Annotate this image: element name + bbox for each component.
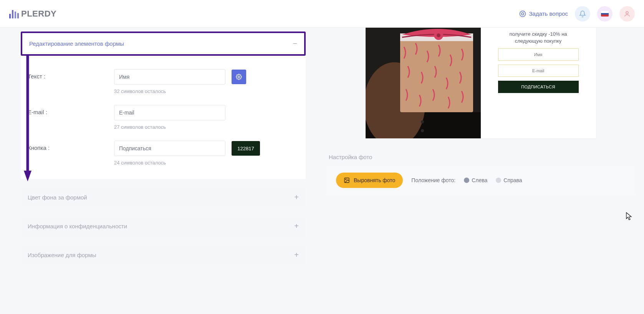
profile-button[interactable]	[619, 6, 635, 22]
svg-point-11	[437, 33, 440, 37]
help-icon	[519, 10, 526, 17]
radio-left[interactable]: Слева	[464, 177, 487, 183]
svg-point-12	[421, 120, 424, 123]
logo-text: PLERDY	[21, 9, 56, 19]
button-color-swatch[interactable]: 122817	[232, 141, 260, 156]
preview-desc-line2: следующую покупку	[515, 38, 562, 44]
helper-text-remaining: 32 символов осталось	[114, 88, 246, 94]
align-photo-label: Выровнять фото	[354, 177, 395, 183]
ask-question-link[interactable]: Задать вопрос	[519, 10, 568, 17]
accordion-header-privacy[interactable]: Информация о конфиденциальности +	[21, 216, 306, 237]
svg-point-15	[346, 179, 346, 180]
row-text: Текст : 32 символов осталось	[28, 69, 299, 94]
bell-icon	[579, 10, 586, 17]
accordion-body-edit: Текст : 32 символов осталось E-mail :	[21, 56, 306, 179]
helper-button-remaining: 24 символов осталось	[114, 160, 260, 166]
logo[interactable]: PLERDY	[9, 9, 56, 19]
user-icon	[624, 10, 631, 17]
settings-button[interactable]	[232, 70, 246, 84]
gift-box-illustration	[366, 28, 481, 138]
label-text: Текст :	[28, 69, 114, 80]
header-right: Задать вопрос	[519, 6, 635, 22]
preview-form-side: получите скидку -10% на следующую покупк…	[481, 28, 596, 138]
expand-icon: +	[294, 193, 299, 202]
input-email[interactable]	[114, 105, 225, 120]
preview-desc-line1: получите скидку -10% на	[509, 31, 567, 37]
row-button: Кнопка : 122817 24 символов осталось	[28, 141, 299, 166]
accordion-title-privacy: Информация о конфиденциальности	[28, 223, 127, 229]
language-button[interactable]	[597, 6, 613, 22]
radio-left-label: Слева	[472, 177, 487, 183]
photo-settings-heading: Настройка фото	[329, 154, 635, 160]
left-panel: Редактирование элементов формы − Текст :…	[0, 28, 315, 314]
notifications-button[interactable]	[575, 6, 590, 22]
radio-dot-icon	[464, 178, 469, 183]
radio-right-label: Справа	[503, 177, 522, 183]
align-photo-button[interactable]: Выровнять фото	[336, 173, 403, 188]
preview-name-input[interactable]	[498, 48, 579, 61]
accordion-header-bg-color[interactable]: Цвет фона за формой +	[21, 187, 306, 208]
radio-dot-icon	[496, 178, 501, 183]
preview-subscribe-button[interactable]: ПОДПИСАТЬСЯ	[498, 81, 579, 93]
app-header: PLERDY Задать вопрос	[0, 0, 644, 28]
photo-settings-bar: Выровнять фото Положение фото: Слева Спр…	[326, 166, 635, 195]
image-icon	[344, 177, 350, 183]
svg-point-0	[520, 11, 525, 17]
cursor-icon	[626, 212, 632, 221]
input-button-text[interactable]	[114, 141, 225, 156]
svg-point-5	[238, 76, 240, 78]
form-preview: получите скидку -10% на следующую покупк…	[366, 28, 596, 138]
input-text-name[interactable]	[114, 69, 225, 85]
expand-icon: +	[294, 251, 299, 259]
preview-email-input[interactable]	[498, 65, 579, 77]
helper-email-remaining: 27 символов осталось	[114, 124, 225, 130]
accordion-header-edit-elements[interactable]: Редактирование элементов формы −	[21, 32, 306, 56]
svg-point-13	[421, 129, 424, 132]
preview-image	[366, 28, 481, 138]
accordion-privacy: Информация о конфиденциальности +	[21, 216, 306, 237]
right-panel: получите скидку -10% на следующую покупк…	[315, 28, 644, 314]
logo-bars-icon	[9, 9, 19, 18]
label-email: E-mail :	[28, 105, 114, 115]
main-content: Редактирование элементов формы − Текст :…	[0, 28, 644, 314]
expand-icon: +	[294, 222, 299, 231]
accordion-title: Редактирование элементов формы	[29, 40, 124, 47]
preview-description: получите скидку -10% на следующую покупк…	[509, 31, 567, 45]
accordion-image: Изображение для формы +	[21, 244, 306, 266]
position-label: Положение фото:	[411, 177, 455, 183]
collapse-icon: −	[293, 39, 297, 48]
accordion-title-bg: Цвет фона за формой	[28, 194, 87, 201]
accordion-title-image: Изображение для формы	[28, 252, 96, 258]
svg-point-1	[521, 13, 524, 15]
svg-point-2	[626, 12, 628, 14]
radio-right[interactable]: Справа	[496, 177, 522, 183]
accordion-header-image[interactable]: Изображение для формы +	[21, 244, 306, 266]
accordion-edit-elements: Редактирование элементов формы − Текст :…	[21, 32, 306, 179]
label-button: Кнопка :	[28, 141, 114, 151]
row-email: E-mail : 27 символов осталось	[28, 105, 299, 130]
gear-icon	[236, 74, 242, 80]
accordion-bg-color: Цвет фона за формой +	[21, 187, 306, 208]
ask-question-label: Задать вопрос	[529, 10, 568, 17]
flag-ru-icon	[601, 11, 609, 17]
